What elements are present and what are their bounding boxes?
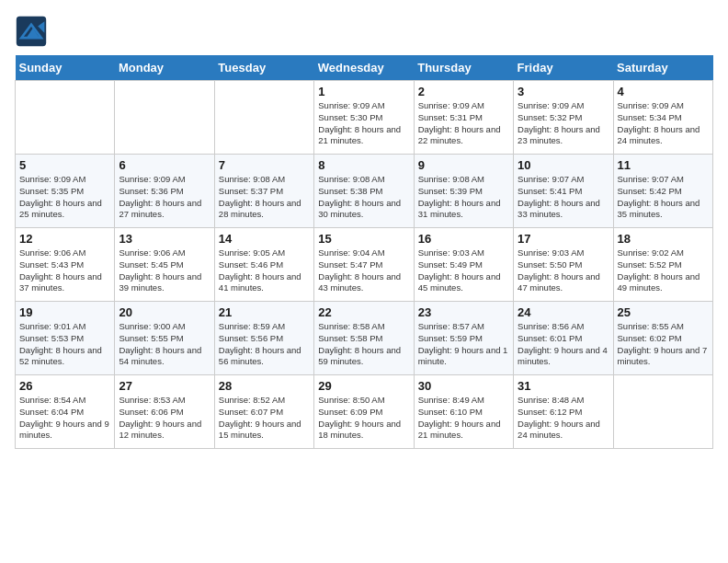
calendar-cell: 12Sunrise: 9:06 AM Sunset: 5:43 PM Dayli…: [16, 228, 115, 302]
calendar-cell: [214, 81, 313, 155]
calendar-cell: 23Sunrise: 8:57 AM Sunset: 5:59 PM Dayli…: [414, 302, 513, 375]
logo-icon: [15, 15, 48, 48]
weekday-header-friday: Friday: [514, 55, 613, 81]
day-info: Sunrise: 9:00 AM Sunset: 5:55 PM Dayligh…: [119, 321, 210, 368]
day-number: 9: [418, 158, 509, 172]
day-info: Sunrise: 8:49 AM Sunset: 6:10 PM Dayligh…: [418, 395, 509, 442]
calendar-cell: 26Sunrise: 8:54 AM Sunset: 6:04 PM Dayli…: [16, 375, 115, 449]
calendar-table: SundayMondayTuesdayWednesdayThursdayFrid…: [15, 55, 713, 449]
calendar-cell: 7Sunrise: 9:08 AM Sunset: 5:37 PM Daylig…: [214, 155, 313, 228]
day-number: 2: [418, 85, 509, 98]
calendar-cell: 22Sunrise: 8:58 AM Sunset: 5:58 PM Dayli…: [314, 302, 414, 375]
day-info: Sunrise: 9:09 AM Sunset: 5:32 PM Dayligh…: [518, 100, 609, 147]
day-number: 31: [518, 379, 609, 393]
calendar-cell: 14Sunrise: 9:05 AM Sunset: 5:46 PM Dayli…: [214, 228, 313, 302]
day-info: Sunrise: 8:57 AM Sunset: 5:59 PM Dayligh…: [418, 321, 509, 368]
calendar-cell: 28Sunrise: 8:52 AM Sunset: 6:07 PM Dayli…: [214, 375, 313, 449]
weekday-header-wednesday: Wednesday: [314, 55, 414, 81]
day-info: Sunrise: 9:05 AM Sunset: 5:46 PM Dayligh…: [219, 247, 310, 294]
day-number: 17: [518, 232, 609, 246]
day-info: Sunrise: 8:50 AM Sunset: 6:09 PM Dayligh…: [318, 395, 409, 442]
calendar-cell: 10Sunrise: 9:07 AM Sunset: 5:41 PM Dayli…: [514, 155, 613, 228]
calendar-cell: 1Sunrise: 9:09 AM Sunset: 5:30 PM Daylig…: [314, 81, 414, 155]
calendar-cell: 30Sunrise: 8:49 AM Sunset: 6:10 PM Dayli…: [414, 375, 513, 449]
day-info: Sunrise: 8:48 AM Sunset: 6:12 PM Dayligh…: [518, 395, 609, 442]
day-number: 28: [219, 379, 310, 393]
day-number: 21: [219, 305, 310, 319]
day-number: 26: [19, 379, 110, 393]
day-number: 14: [219, 232, 310, 246]
calendar-cell: 17Sunrise: 9:03 AM Sunset: 5:50 PM Dayli…: [514, 228, 613, 302]
day-number: 22: [318, 305, 409, 319]
day-number: 30: [418, 379, 509, 393]
day-number: 13: [119, 232, 210, 246]
day-info: Sunrise: 9:01 AM Sunset: 5:53 PM Dayligh…: [19, 321, 110, 368]
calendar-cell: 19Sunrise: 9:01 AM Sunset: 5:53 PM Dayli…: [16, 302, 115, 375]
day-info: Sunrise: 8:54 AM Sunset: 6:04 PM Dayligh…: [19, 395, 110, 442]
calendar-cell: 16Sunrise: 9:03 AM Sunset: 5:49 PM Dayli…: [414, 228, 513, 302]
weekday-header-sunday: Sunday: [16, 55, 115, 81]
day-number: 10: [518, 158, 609, 172]
day-info: Sunrise: 9:03 AM Sunset: 5:49 PM Dayligh…: [418, 247, 509, 294]
day-number: 15: [318, 232, 409, 246]
day-number: 4: [618, 85, 709, 98]
day-number: 19: [19, 305, 110, 319]
calendar-cell: 25Sunrise: 8:55 AM Sunset: 6:02 PM Dayli…: [613, 302, 712, 375]
day-number: 24: [518, 305, 609, 319]
day-info: Sunrise: 9:06 AM Sunset: 5:43 PM Dayligh…: [19, 247, 110, 294]
calendar-cell: 4Sunrise: 9:09 AM Sunset: 5:34 PM Daylig…: [613, 81, 712, 155]
day-info: Sunrise: 8:58 AM Sunset: 5:58 PM Dayligh…: [318, 321, 409, 368]
calendar-cell: 27Sunrise: 8:53 AM Sunset: 6:06 PM Dayli…: [115, 375, 214, 449]
day-info: Sunrise: 9:08 AM Sunset: 5:38 PM Dayligh…: [318, 174, 409, 221]
day-number: 16: [418, 232, 509, 246]
calendar-cell: [16, 81, 115, 155]
calendar-cell: 21Sunrise: 8:59 AM Sunset: 5:56 PM Dayli…: [214, 302, 313, 375]
day-info: Sunrise: 9:09 AM Sunset: 5:36 PM Dayligh…: [119, 174, 210, 221]
day-number: 3: [518, 85, 609, 98]
day-number: 6: [119, 158, 210, 172]
calendar-cell: 24Sunrise: 8:56 AM Sunset: 6:01 PM Dayli…: [514, 302, 613, 375]
day-info: Sunrise: 9:07 AM Sunset: 5:41 PM Dayligh…: [518, 174, 609, 221]
day-info: Sunrise: 9:02 AM Sunset: 5:52 PM Dayligh…: [618, 247, 709, 294]
day-info: Sunrise: 8:52 AM Sunset: 6:07 PM Dayligh…: [219, 395, 310, 442]
weekday-header-tuesday: Tuesday: [214, 55, 313, 81]
calendar-cell: 18Sunrise: 9:02 AM Sunset: 5:52 PM Dayli…: [613, 228, 712, 302]
logo: [15, 15, 51, 48]
day-info: Sunrise: 8:56 AM Sunset: 6:01 PM Dayligh…: [518, 321, 609, 368]
calendar-cell: 15Sunrise: 9:04 AM Sunset: 5:47 PM Dayli…: [314, 228, 414, 302]
calendar-cell: 20Sunrise: 9:00 AM Sunset: 5:55 PM Dayli…: [115, 302, 214, 375]
calendar-cell: 3Sunrise: 9:09 AM Sunset: 5:32 PM Daylig…: [514, 81, 613, 155]
calendar-cell: [613, 375, 712, 449]
day-number: 12: [19, 232, 110, 246]
day-info: Sunrise: 9:09 AM Sunset: 5:34 PM Dayligh…: [618, 100, 709, 147]
day-number: 8: [318, 158, 409, 172]
day-number: 23: [418, 305, 509, 319]
day-info: Sunrise: 9:07 AM Sunset: 5:42 PM Dayligh…: [618, 174, 709, 221]
calendar-cell: 6Sunrise: 9:09 AM Sunset: 5:36 PM Daylig…: [115, 155, 214, 228]
day-info: Sunrise: 9:09 AM Sunset: 5:31 PM Dayligh…: [418, 100, 509, 147]
day-number: 20: [119, 305, 210, 319]
calendar-cell: 9Sunrise: 9:08 AM Sunset: 5:39 PM Daylig…: [414, 155, 513, 228]
day-info: Sunrise: 9:08 AM Sunset: 5:37 PM Dayligh…: [219, 174, 310, 221]
day-info: Sunrise: 9:08 AM Sunset: 5:39 PM Dayligh…: [418, 174, 509, 221]
weekday-header-monday: Monday: [115, 55, 214, 81]
day-number: 29: [318, 379, 409, 393]
day-info: Sunrise: 9:03 AM Sunset: 5:50 PM Dayligh…: [518, 247, 609, 294]
page-header: [15, 15, 713, 48]
calendar-cell: 29Sunrise: 8:50 AM Sunset: 6:09 PM Dayli…: [314, 375, 414, 449]
calendar-cell: 5Sunrise: 9:09 AM Sunset: 5:35 PM Daylig…: [16, 155, 115, 228]
calendar-cell: 8Sunrise: 9:08 AM Sunset: 5:38 PM Daylig…: [314, 155, 414, 228]
calendar-cell: 31Sunrise: 8:48 AM Sunset: 6:12 PM Dayli…: [514, 375, 613, 449]
day-info: Sunrise: 9:06 AM Sunset: 5:45 PM Dayligh…: [119, 247, 210, 294]
day-number: 7: [219, 158, 310, 172]
calendar-cell: [115, 81, 214, 155]
day-number: 1: [318, 85, 409, 98]
day-number: 5: [19, 158, 110, 172]
day-number: 27: [119, 379, 210, 393]
day-info: Sunrise: 8:55 AM Sunset: 6:02 PM Dayligh…: [618, 321, 709, 368]
day-number: 18: [618, 232, 709, 246]
weekday-header-thursday: Thursday: [414, 55, 513, 81]
day-info: Sunrise: 8:59 AM Sunset: 5:56 PM Dayligh…: [219, 321, 310, 368]
day-info: Sunrise: 9:09 AM Sunset: 5:30 PM Dayligh…: [318, 100, 409, 147]
day-info: Sunrise: 8:53 AM Sunset: 6:06 PM Dayligh…: [119, 395, 210, 442]
